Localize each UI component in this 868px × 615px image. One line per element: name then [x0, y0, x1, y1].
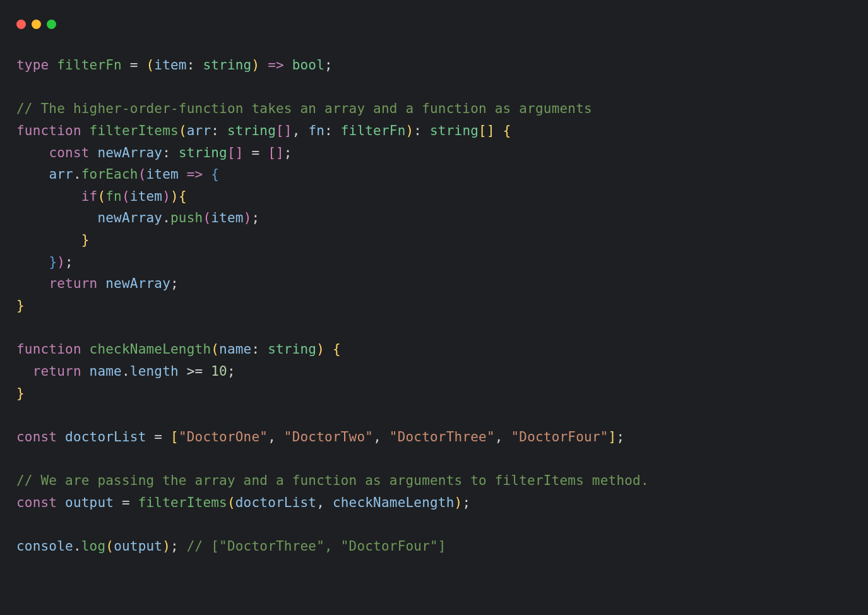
code-line: }	[16, 298, 25, 313]
code-line: return name.length >= 10;	[16, 364, 235, 379]
code-line: console.log(output); // ["DoctorThree", …	[16, 539, 446, 554]
code-line: type filterFn = (item: string) => bool;	[16, 57, 333, 73]
code-line: if(fn(item)){	[16, 189, 187, 204]
code-editor[interactable]: type filterFn = (item: string) => bool; …	[0, 35, 868, 558]
window-titlebar	[0, 0, 868, 35]
traffic-light-close-icon[interactable]	[16, 20, 26, 29]
code-line: const output = filterItems(doctorList, c…	[16, 495, 470, 510]
code-line: });	[16, 254, 73, 270]
code-line: const doctorList = ["DoctorOne", "Doctor…	[16, 429, 624, 445]
code-line: arr.forEach(item => {	[16, 167, 219, 182]
traffic-light-minimize-icon[interactable]	[32, 20, 41, 29]
code-line: const newArray: string[] = [];	[16, 145, 292, 160]
code-line: }	[16, 386, 25, 401]
code-line: }	[16, 232, 90, 248]
traffic-light-zoom-icon[interactable]	[47, 20, 56, 29]
code-line: newArray.push(item);	[16, 210, 259, 225]
code-line: // The higher-order-function takes an ar…	[16, 101, 592, 116]
code-window: type filterFn = (item: string) => bool; …	[0, 0, 868, 615]
code-line: function checkNameLength(name: string) {	[16, 342, 341, 357]
code-line: // We are passing the array and a functi…	[16, 473, 649, 488]
code-line: function filterItems(arr: string[], fn: …	[16, 123, 511, 138]
code-line: return newArray;	[16, 276, 179, 291]
